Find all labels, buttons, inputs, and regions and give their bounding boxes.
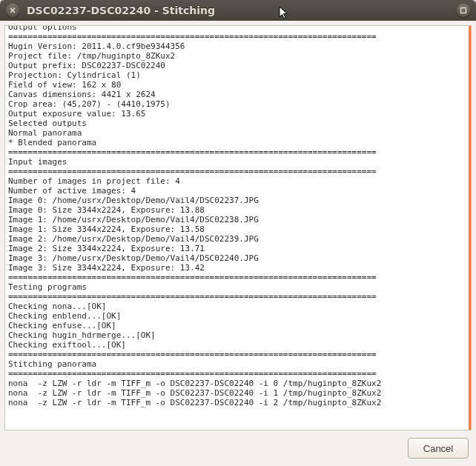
log-output-text: Output options =========================… bbox=[5, 26, 469, 409]
stitching-progress-window: DSC02237-DSC02240 - Stitching Output opt… bbox=[0, 0, 476, 466]
log-output-scroll[interactable]: Output options =========================… bbox=[5, 26, 471, 430]
mouse-cursor-icon bbox=[279, 6, 289, 21]
titlebar[interactable]: DSC02237-DSC02240 - Stitching bbox=[0, 0, 476, 21]
close-window-button[interactable] bbox=[6, 4, 19, 17]
cancel-button[interactable]: Cancel bbox=[408, 438, 469, 459]
maximize-window-button[interactable] bbox=[457, 4, 470, 17]
log-output-frame: Output options =========================… bbox=[4, 25, 472, 430]
button-row: Cancel bbox=[4, 430, 472, 462]
svg-rect-2 bbox=[461, 8, 466, 13]
window-title: DSC02237-DSC02240 - Stitching bbox=[27, 4, 215, 16]
maximize-icon bbox=[460, 7, 467, 14]
content-area: Output options =========================… bbox=[0, 21, 476, 466]
close-icon bbox=[9, 7, 16, 14]
